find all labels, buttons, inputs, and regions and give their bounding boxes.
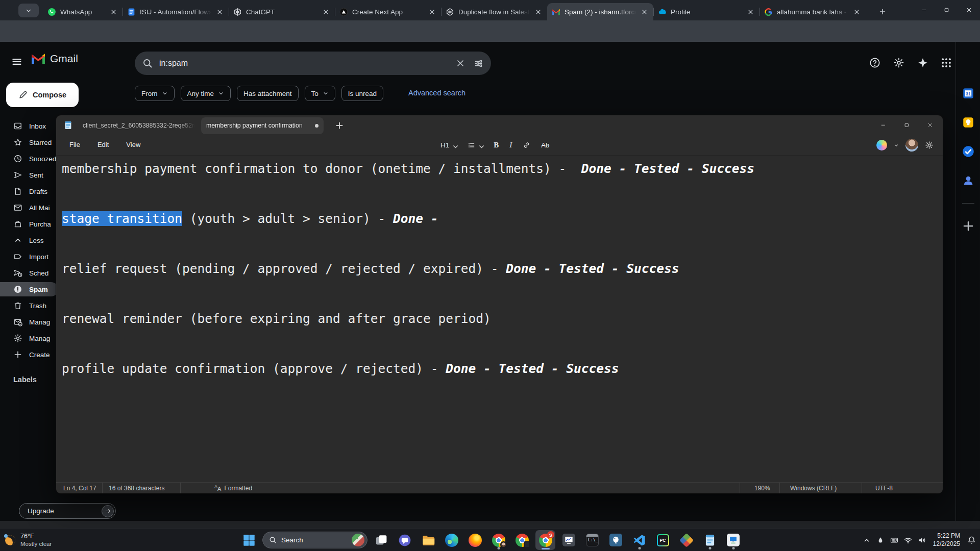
notepad-account-avatar[interactable] [905, 139, 918, 152]
notepad-minimize-button[interactable] [871, 115, 895, 135]
taskbar-start-button[interactable] [239, 530, 259, 550]
browser-tab-spam-2-ishann-tforce[interactable]: Spam (2) - ishann.tforce@ [547, 3, 653, 20]
tab-close-icon[interactable] [746, 8, 755, 16]
sidebar-item-create[interactable]: Create [0, 346, 60, 363]
taskbar-chrome-profile-a[interactable] [488, 530, 508, 550]
side-panel-keep-icon[interactable] [962, 116, 975, 129]
list-style-button[interactable] [465, 138, 485, 152]
taskbar-chat[interactable] [395, 530, 414, 550]
tray-expand-icon[interactable] [863, 536, 871, 544]
sidebar-item-all-mai[interactable]: All Mai [0, 199, 60, 216]
heading-style-button[interactable]: H1 [438, 138, 459, 152]
search-options-icon[interactable] [474, 59, 483, 68]
sidebar-item-drafts[interactable]: Drafts [0, 183, 60, 199]
sidebar-item-sched[interactable]: Sched [0, 265, 60, 281]
droplet-icon[interactable] [876, 536, 885, 544]
sidebar-item-inbox[interactable]: Inbox [0, 118, 60, 134]
notepad-maximize-button[interactable] [895, 115, 918, 135]
tab-close-icon[interactable] [534, 8, 543, 16]
filter-chip-has-attachment[interactable]: Has attachment [237, 86, 299, 101]
search-icon[interactable] [142, 58, 153, 68]
taskbar-postgresql[interactable] [606, 530, 626, 550]
sidebar-item-trash[interactable]: Trash [0, 297, 60, 314]
taskbar-chrome-profile-b[interactable] [512, 530, 532, 550]
advanced-search-link[interactable]: Advanced search [408, 89, 465, 97]
tab-close-icon[interactable] [852, 8, 861, 16]
taskbar-firefox[interactable] [465, 530, 485, 550]
sidebar-item-import[interactable]: Import [0, 248, 60, 265]
browser-tab-isij-automation-flows-s[interactable]: ISIJ - Automation/Flows S [122, 3, 229, 20]
notepad-tab-client-secret-2-60053885332-2req[interactable]: client_secret_2_60053885332-2reqe52rribe [78, 115, 200, 136]
sidebar-item-less[interactable]: Less [0, 232, 60, 248]
insert-link-button[interactable] [520, 138, 533, 152]
compose-button[interactable]: Compose [6, 83, 79, 107]
sidebar-item-manag[interactable]: Manag [0, 330, 60, 346]
side-panel-get-addons-icon[interactable] [962, 219, 975, 233]
taskbar-clock[interactable]: 5:22 PM 12/2/2025 [933, 532, 960, 548]
tab-close-icon[interactable] [109, 8, 118, 16]
filter-chip-is-unread[interactable]: Is unread [341, 86, 383, 101]
notepad-tab-membership-payment-confirmation[interactable]: membership payment confirmation [201, 117, 324, 134]
taskbar-chrome-profile-c[interactable]: S [535, 530, 555, 550]
menu-view[interactable]: View [120, 139, 146, 151]
taskbar-pycharm[interactable]: PC [653, 530, 673, 550]
sidebar-item-spam[interactable]: Spam [0, 281, 60, 297]
settings-gear-icon[interactable] [893, 57, 904, 68]
tab-close-icon[interactable] [215, 8, 224, 16]
notepad-editor[interactable]: membership payment confirmation to donor… [56, 156, 943, 482]
browser-tab-chatgpt[interactable]: ChatGPT [229, 3, 335, 20]
side-panel-calendar-icon[interactable]: 31 [962, 87, 975, 100]
sidebar-item-starred[interactable]: Starred [0, 134, 60, 151]
volume-icon[interactable] [918, 536, 926, 544]
search-value[interactable]: in:spam [159, 59, 449, 68]
arrow-right-icon[interactable] [102, 505, 114, 517]
notepad-new-tab-button[interactable] [334, 120, 345, 131]
clear-search-icon[interactable] [456, 59, 465, 68]
filter-chip-from[interactable]: From [135, 86, 175, 101]
zoom-level[interactable]: 190% [740, 483, 779, 493]
tab-close-icon[interactable] [640, 8, 649, 16]
taskbar-taskpro[interactable] [723, 530, 743, 550]
taskbar-weather-widget[interactable]: 76°F Mostly clear [5, 529, 52, 551]
tab-search-button[interactable] [18, 4, 39, 17]
taskbar-monitor-app[interactable] [559, 530, 579, 550]
search-input[interactable]: in:spam [135, 52, 491, 75]
upgrade-button[interactable]: Upgrade [19, 503, 116, 519]
browser-tab-whatsapp[interactable]: WhatsApp [43, 3, 122, 20]
maximize-button[interactable] [935, 0, 958, 19]
italic-button[interactable]: I [507, 138, 514, 152]
taskbar-task-view[interactable] [371, 530, 391, 550]
menu-file[interactable]: File [63, 139, 86, 151]
main-menu-icon[interactable] [11, 56, 22, 67]
notifications-bell-icon[interactable] [967, 536, 976, 544]
line-ending[interactable]: Windows (CRLF) [779, 483, 862, 493]
sidebar-item-purcha[interactable]: Purcha [0, 216, 60, 232]
help-icon[interactable] [869, 57, 880, 68]
taskbar-vscode[interactable] [629, 530, 649, 550]
sidebar-item-manag[interactable]: Manag [0, 314, 60, 330]
taskbar-terminal[interactable]: C:\_ [582, 530, 602, 550]
minimize-button[interactable] [913, 0, 935, 19]
filter-chip-to[interactable]: To [305, 86, 335, 101]
browser-tab-profile[interactable]: Profile [653, 3, 760, 20]
wifi-icon[interactable] [904, 536, 912, 544]
taskbar-diagrams[interactable] [676, 530, 696, 550]
taskbar-file-explorer[interactable] [418, 530, 438, 550]
browser-tab-create-next-app[interactable]: Create Next App [335, 3, 441, 20]
close-button[interactable] [958, 0, 980, 19]
gemini-sparkle-icon[interactable] [917, 57, 928, 68]
format-mode[interactable]: AAFormatted [180, 483, 313, 493]
taskbar-notepad-app[interactable] [700, 530, 720, 550]
clear-formatting-button[interactable]: Ab [538, 138, 552, 152]
new-tab-button[interactable] [875, 4, 890, 19]
taskbar-edge[interactable] [442, 530, 461, 550]
tab-close-icon[interactable] [428, 8, 436, 16]
browser-tab-allahumma-barik-laha-g[interactable]: allahumma barik laha - G [760, 3, 866, 20]
filter-chip-any-time[interactable]: Any time [181, 86, 231, 101]
touch-keyboard-icon[interactable] [890, 536, 898, 544]
bold-button[interactable]: B [491, 138, 501, 152]
notepad-close-button[interactable] [918, 115, 942, 135]
encoding[interactable]: UTF-8 [862, 483, 943, 493]
side-panel-tasks-icon[interactable] [962, 145, 975, 158]
side-panel-contacts-icon[interactable] [962, 174, 975, 187]
